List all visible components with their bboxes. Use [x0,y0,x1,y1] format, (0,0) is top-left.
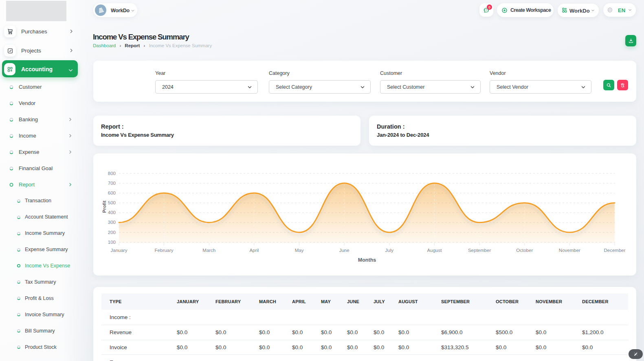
svg-text:400: 400 [108,210,116,215]
svg-text:September: September [468,248,491,253]
svg-text:300: 300 [108,220,116,225]
svg-text:March: March [202,248,215,253]
svg-text:Profit: Profit [102,201,107,213]
svg-text:600: 600 [108,190,116,195]
svg-text:200: 200 [108,230,116,235]
svg-text:June: June [339,248,349,253]
svg-text:July: July [385,248,394,253]
svg-text:November: November [559,248,580,253]
svg-text:April: April [249,248,259,253]
svg-text:Months: Months [358,257,376,263]
svg-text:800: 800 [108,171,116,176]
svg-text:October: October [516,248,533,253]
svg-text:August: August [427,248,442,253]
svg-text:February: February [155,248,174,253]
svg-text:100: 100 [108,240,116,245]
svg-text:May: May [295,248,304,253]
svg-text:January: January [111,248,127,253]
svg-text:December: December [604,248,625,253]
svg-text:500: 500 [108,200,116,205]
svg-text:700: 700 [108,181,116,186]
